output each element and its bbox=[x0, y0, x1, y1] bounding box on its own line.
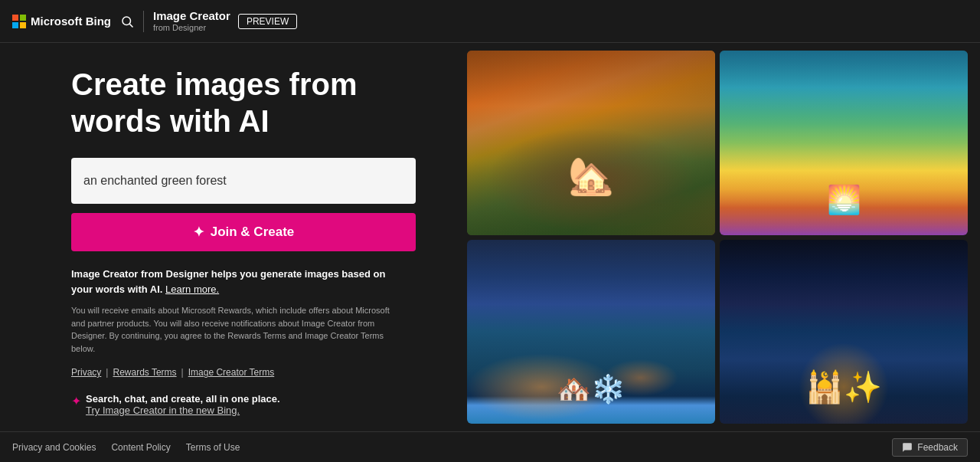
try-bing-link[interactable]: Try Image Creator in the new Bing. bbox=[86, 405, 240, 416]
hero-title-line2: words with AI bbox=[71, 104, 270, 138]
search-input[interactable] bbox=[71, 158, 416, 204]
cta-main-text: Search, chat, and create, all in one pla… bbox=[86, 393, 280, 405]
privacy-cookies-link[interactable]: Privacy and Cookies bbox=[12, 442, 96, 453]
feedback-label: Feedback bbox=[917, 442, 958, 453]
terms-links: Privacy | Rewards Terms | Image Creator … bbox=[71, 367, 429, 378]
content-policy-link[interactable]: Content Policy bbox=[111, 442, 170, 453]
feedback-button[interactable]: Feedback bbox=[892, 438, 968, 457]
description-text: Image Creator from Designer helps you ge… bbox=[71, 267, 400, 297]
image-creator-terms-link[interactable]: Image Creator Terms bbox=[188, 367, 274, 378]
windows-grid-icon bbox=[12, 15, 26, 28]
grid-cell-green bbox=[20, 15, 26, 21]
feedback-icon bbox=[902, 442, 913, 453]
image-card-1 bbox=[467, 51, 715, 235]
main-layout: Create images from words with AI ✦ Join … bbox=[0, 43, 980, 431]
fine-print-text: You will receive emails about Microsoft … bbox=[71, 304, 400, 355]
image-card-2 bbox=[720, 51, 968, 235]
privacy-link[interactable]: Privacy bbox=[71, 367, 101, 378]
footer: Privacy and Cookies Content Policy Terms… bbox=[0, 431, 980, 462]
bing-small-icon: ✦ bbox=[71, 394, 81, 408]
image-placeholder-1 bbox=[467, 51, 715, 235]
image-card-3 bbox=[467, 240, 715, 424]
image-grid bbox=[459, 43, 980, 431]
search-input-container bbox=[71, 158, 416, 204]
left-panel: Create images from words with AI ✦ Join … bbox=[0, 43, 459, 431]
product-title-block: Image Creator from Designer bbox=[153, 9, 230, 33]
join-create-label: Join & Create bbox=[211, 224, 295, 240]
product-name: Image Creator bbox=[153, 9, 230, 23]
bing-logo: Microsoft Bing bbox=[12, 15, 111, 28]
grid-cell-blue bbox=[12, 22, 18, 28]
image-placeholder-3 bbox=[467, 240, 715, 424]
hero-title-line1: Create images from bbox=[71, 67, 357, 101]
svg-line-1 bbox=[129, 24, 132, 27]
separator-2: | bbox=[181, 367, 184, 378]
sparkle-icon: ✦ bbox=[193, 224, 204, 241]
app-header: Microsoft Bing Image Creator from Design… bbox=[0, 0, 980, 43]
svg-point-0 bbox=[122, 17, 131, 25]
join-create-button[interactable]: ✦ Join & Create bbox=[71, 213, 416, 251]
search-icon bbox=[120, 15, 134, 28]
cta-text-block: Search, chat, and create, all in one pla… bbox=[86, 393, 280, 416]
image-card-4 bbox=[720, 240, 968, 424]
hero-title: Create images from words with AI bbox=[71, 66, 429, 139]
learn-more-link[interactable]: Learn more. bbox=[165, 283, 219, 295]
image-placeholder-4 bbox=[720, 240, 968, 424]
grid-cell-yellow bbox=[20, 22, 26, 28]
product-subtitle: from Designer bbox=[153, 23, 230, 33]
bing-logo-text: Microsoft Bing bbox=[31, 15, 111, 28]
terms-of-use-link[interactable]: Terms of Use bbox=[186, 442, 240, 453]
image-placeholder-2 bbox=[720, 51, 968, 235]
cta-section: ✦ Search, chat, and create, all in one p… bbox=[71, 393, 429, 416]
rewards-terms-link[interactable]: Rewards Terms bbox=[113, 367, 176, 378]
header-divider bbox=[143, 11, 144, 32]
preview-badge-button[interactable]: PREVIEW bbox=[238, 14, 297, 29]
separator-1: | bbox=[106, 367, 108, 378]
grid-cell-red bbox=[12, 15, 18, 21]
description-strong: Image Creator from Designer helps you ge… bbox=[71, 268, 385, 295]
footer-links: Privacy and Cookies Content Policy Terms… bbox=[12, 442, 240, 453]
search-icon-button[interactable] bbox=[120, 15, 134, 28]
